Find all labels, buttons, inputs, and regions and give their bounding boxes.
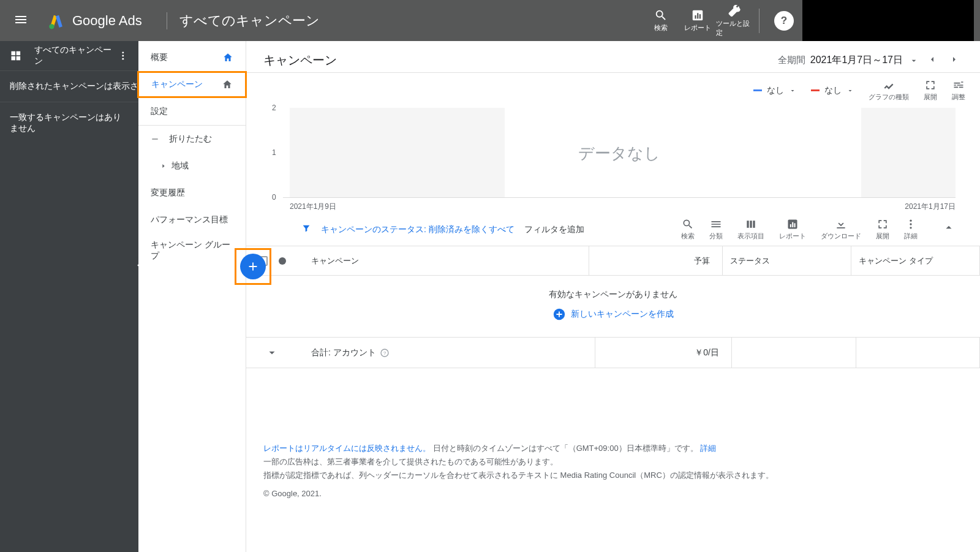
chart-controls: なし なし グラフの種類 展開 調整 [246, 73, 980, 108]
nav-regions[interactable]: 地域 [138, 153, 246, 180]
secondary-nav: 概要 キャンペーン 設定 折りたたむ 地域 変更履歴 パフォーマンス目標 キャン… [138, 41, 246, 552]
page-title: キャンペーン [263, 52, 337, 69]
svg-rect-19 [794, 223, 796, 227]
svg-point-11 [123, 58, 124, 60]
home-icon [222, 52, 233, 63]
series-swatch-red [811, 89, 820, 91]
fullscreen-icon [876, 218, 889, 230]
left-nav: すべてのキャンペーン 削除されたキャンペーンは表示されま 一致するキャンペーンは… [0, 41, 138, 552]
nav-performance-target[interactable]: パフォーマンス目標 [138, 206, 246, 233]
nav-campaigns[interactable]: キャンペーン [137, 71, 247, 98]
col-type[interactable]: キャンペーン タイプ [851, 246, 980, 275]
help-circle-icon[interactable]: ? [380, 348, 390, 358]
svg-point-20 [910, 220, 911, 222]
fullscreen-icon [924, 79, 937, 91]
svg-rect-13 [747, 221, 748, 228]
series2-selector[interactable]: なし [811, 85, 854, 96]
chevron-down-icon [266, 347, 277, 358]
columns-button[interactable]: 表示項目 [737, 218, 764, 241]
col-status[interactable]: ステータス [722, 246, 851, 275]
date-prev-button[interactable] [924, 51, 941, 70]
svg-rect-6 [17, 51, 21, 56]
search-button[interactable]: 検索 [643, 9, 679, 32]
search-icon [654, 9, 668, 22]
nav-change-history[interactable]: 変更履歴 [138, 180, 246, 206]
nav-overview[interactable]: 概要 [138, 44, 246, 71]
detail-button[interactable]: 詳細 [904, 218, 918, 241]
chevron-up-icon [943, 222, 954, 233]
date-next-button[interactable] [946, 51, 963, 70]
nav-all-campaigns[interactable]: すべてのキャンペーン [0, 41, 138, 71]
divider [167, 12, 167, 29]
table-search-button[interactable]: 検索 [681, 218, 695, 241]
caret-down-icon [846, 87, 854, 94]
svg-point-21 [910, 223, 911, 225]
caret-down-icon [789, 87, 796, 94]
empty-message: 有効なキャンペーンがありません [246, 289, 980, 300]
col-budget[interactable]: 予算 [589, 246, 722, 275]
adjust-chart-button[interactable]: 調整 [952, 79, 965, 102]
collapse-toolbar-button[interactable] [932, 218, 965, 239]
footer-line1: レポートはリアルタイムには反映されません。 日付と時刻のタイムゾーンはすべて「（… [263, 442, 963, 455]
segment-button[interactable]: 分類 [709, 218, 723, 241]
logo[interactable]: Google Ads [36, 12, 154, 29]
product-name: Google Ads [72, 13, 142, 29]
create-campaign-link[interactable]: 新しいキャンペーンを作成 [552, 308, 674, 321]
table-reports-button[interactable]: レポート [779, 218, 806, 241]
col-campaign[interactable]: キャンペーン [298, 255, 589, 267]
svg-rect-15 [753, 221, 755, 228]
caret-down-icon [909, 56, 919, 66]
date-range-picker[interactable]: 2021年1月7日～17日 [810, 54, 919, 67]
expand-chart-button[interactable]: 展開 [924, 79, 937, 102]
copyright: © Google, 2021. [263, 487, 963, 501]
realtime-note-link[interactable]: レポートはリアルタイムには反映されません。 [263, 444, 431, 453]
x-axis [283, 197, 956, 198]
total-type-cell [856, 338, 981, 368]
footer: レポートはリアルタイムには反映されません。 日付と時刻のタイムゾーンはすべて「（… [246, 368, 980, 513]
filter-icon[interactable] [301, 224, 311, 236]
active-filter[interactable]: キャンペーンのステータス: 削除済みを除くすべて [321, 224, 514, 235]
expand-table-button[interactable]: 展開 [876, 218, 889, 241]
header-title: すべてのキャンペーン [179, 12, 320, 30]
account-area[interactable] [802, 0, 974, 41]
svg-point-22 [910, 227, 911, 229]
nav-campaign-groups[interactable]: キャンペーン グループ [138, 233, 246, 268]
svg-rect-4 [699, 14, 701, 18]
header-tools: 検索 レポート ツールと設定 ? [643, 0, 974, 41]
add-filter[interactable]: フィルタを追加 [524, 224, 584, 235]
series-swatch-blue [753, 89, 762, 91]
download-button[interactable]: ダウンロード [821, 218, 861, 241]
table-header-row: キャンペーン 予算 ステータス キャンペーン タイプ [246, 246, 980, 276]
footer-line2: 一部の広告枠は、第三者事業者を介して提供されたものである可能性があります。 [263, 455, 963, 469]
google-ads-logo-icon [48, 12, 65, 29]
bar-chart-icon [691, 9, 704, 22]
tools-button[interactable]: ツールと設定 [716, 4, 753, 37]
series1-selector[interactable]: なし [753, 85, 796, 96]
kebab-icon[interactable] [118, 50, 129, 61]
nav-collapse[interactable]: 折りたたむ [138, 126, 246, 153]
bar-chart-icon [786, 218, 799, 230]
app-header: Google Ads すべてのキャンペーン 検索 レポート ツールと設定 ? [0, 0, 980, 41]
menu-icon[interactable] [6, 5, 36, 37]
detail-link[interactable]: 詳細 [700, 444, 716, 453]
svg-rect-7 [11, 56, 15, 61]
svg-rect-18 [792, 222, 793, 227]
svg-rect-8 [17, 56, 21, 61]
add-campaign-highlight [235, 248, 271, 285]
plus-circle-icon [552, 308, 566, 321]
home-icon [222, 79, 233, 90]
minus-icon [151, 135, 159, 143]
help-button[interactable]: ? [774, 11, 794, 31]
status-dot-icon[interactable] [279, 257, 286, 265]
divider [759, 9, 760, 33]
expand-total-button[interactable] [246, 347, 298, 358]
graph-type-button[interactable]: グラフの種類 [869, 79, 909, 102]
caret-right-icon [160, 163, 167, 169]
chart-area: 2 1 0 データなし 2021年1月9日 2021年1月17日 [246, 108, 980, 212]
total-label: 合計: アカウント ? [298, 347, 595, 358]
y-tick: 0 [272, 193, 283, 202]
reports-button[interactable]: レポート [679, 9, 716, 32]
wrench-icon [728, 4, 741, 18]
add-campaign-fab[interactable] [240, 254, 266, 279]
nav-settings[interactable]: 設定 [138, 98, 246, 125]
